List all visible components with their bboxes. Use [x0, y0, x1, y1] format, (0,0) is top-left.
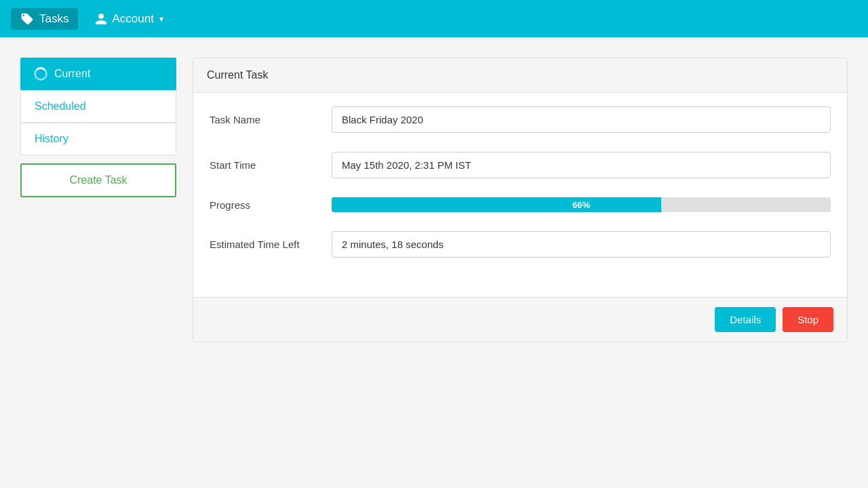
history-label: History: [35, 133, 68, 144]
current-task-panel: Current Task Task Name Black Friday 2020…: [193, 58, 848, 342]
create-task-label: Create Task: [69, 174, 127, 186]
panel-footer: Details Stop: [193, 297, 847, 342]
loading-spinner-icon: [34, 67, 47, 81]
stop-button[interactable]: Stop: [783, 307, 833, 332]
sidebar-item-current[interactable]: Current: [20, 58, 176, 90]
start-time-label: Start Time: [210, 159, 332, 171]
start-time-row: Start Time May 15th 2020, 2:31 PM IST: [210, 152, 831, 178]
account-icon: [94, 12, 108, 26]
start-time-value: May 15th 2020, 2:31 PM IST: [332, 152, 831, 178]
sidebar-item-history[interactable]: History: [20, 123, 176, 155]
top-navigation: Tasks Account ▾: [0, 0, 868, 37]
progress-background: [332, 197, 831, 212]
tasks-label: Tasks: [39, 12, 68, 26]
account-dropdown-arrow: ▾: [159, 14, 163, 24]
tag-icon: [20, 12, 34, 26]
estimated-time-row: Estimated Time Left 2 minutes, 18 second…: [210, 231, 831, 258]
account-label: Account: [112, 12, 153, 26]
estimated-time-value: 2 minutes, 18 seconds: [332, 231, 831, 258]
task-name-row: Task Name Black Friday 2020: [210, 106, 831, 133]
main-layout: Current Scheduled History Create Task Cu…: [0, 37, 868, 363]
progress-label: Progress: [210, 199, 332, 211]
task-name-label: Task Name: [210, 114, 332, 125]
task-name-value: Black Friday 2020: [332, 106, 831, 133]
estimated-time-label: Estimated Time Left: [210, 239, 332, 250]
sidebar-item-scheduled[interactable]: Scheduled: [20, 90, 176, 123]
create-task-button[interactable]: Create Task: [20, 163, 176, 197]
panel-title: Current Task: [207, 69, 268, 81]
progress-fill: [332, 197, 661, 212]
scheduled-label: Scheduled: [35, 100, 86, 112]
panel-body: Task Name Black Friday 2020 Start Time M…: [193, 93, 847, 297]
progress-bar-container: 66%: [332, 197, 831, 212]
progress-row: Progress 66%: [210, 197, 831, 212]
current-label: Current: [54, 68, 90, 80]
account-nav-button[interactable]: Account ▾: [94, 12, 163, 26]
panel-header: Current Task: [193, 58, 847, 93]
tasks-nav-button[interactable]: Tasks: [11, 8, 78, 30]
sidebar: Current Scheduled History Create Task: [20, 58, 176, 342]
details-button[interactable]: Details: [715, 307, 776, 332]
